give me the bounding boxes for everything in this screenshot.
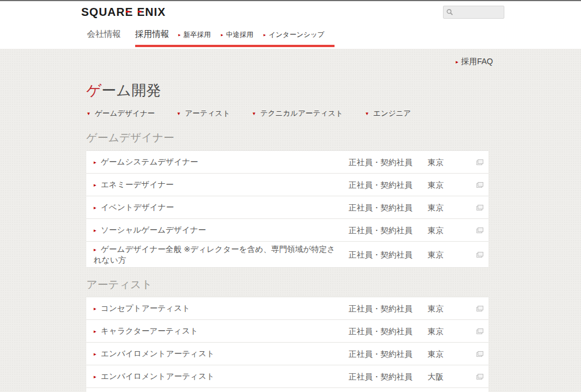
job-row[interactable]: ▸エンバイロメントアーティスト 正社員・契約社員 東京: [86, 343, 488, 365]
job-title: ゲームシステムデザイナー: [101, 157, 198, 166]
new-window-icon: [476, 252, 483, 258]
new-window-icon: [476, 306, 483, 311]
search-input[interactable]: [455, 9, 501, 16]
category-filter-bar: ▼ゲームデザイナー ▼アーティスト ▼テクニカルアーティスト ▼エンジニア: [86, 108, 488, 119]
job-location: 東京: [423, 304, 471, 314]
employment-type: 正社員・契約社員: [343, 304, 423, 314]
browser-page: SQUARE ENIX 会社情報 採用情報 ▸新卒採用 ▸中途採用 ▸インターン…: [0, 0, 581, 392]
arrow-right-icon: ▸: [178, 32, 181, 37]
page-title: ゲーム開発: [86, 82, 488, 99]
job-row[interactable]: ▸キャラクターアーティスト 正社員・契約社員 東京: [86, 320, 488, 343]
filter-label: テクニカルアーティスト: [260, 109, 343, 117]
section-heading-game-designer: ゲームデザイナー: [86, 132, 488, 144]
arrow-right-icon: ▸: [94, 227, 97, 233]
arrow-right-icon: ▸: [94, 306, 97, 311]
employment-type: 正社員・契約社員: [343, 203, 423, 213]
job-row[interactable]: ▸エネミーデザイナー 正社員・契約社員 東京: [86, 174, 488, 196]
section-heading-artist: アーティスト: [86, 279, 488, 291]
job-title: コンセプトアーティスト: [101, 304, 190, 313]
job-location: 東京: [423, 157, 471, 167]
job-row[interactable]: ▸イベントデザイナー 正社員・契約社員 東京: [86, 196, 488, 219]
job-row[interactable]: ▸ソーシャルゲームデザイナー 正社員・契約社員 東京: [86, 219, 488, 242]
job-table-game-designer: ▸ゲームシステムデザイナー 正社員・契約社員 東京 ▸エネミーデザイナー 正社員…: [86, 150, 488, 268]
faq-label: 採用FAQ: [461, 57, 493, 66]
new-window-icon: [476, 182, 483, 188]
site-header: SQUARE ENIX 会社情報 採用情報 ▸新卒採用 ▸中途採用 ▸インターン…: [0, 1, 581, 49]
job-row[interactable]: ▸ゲームデザイナー全般 ※ディレクターを含め、専門領域が特定されない方 正社員・…: [86, 242, 488, 268]
logo-red-e: E: [125, 6, 133, 18]
employment-type: 正社員・契約社員: [343, 250, 423, 260]
nav-company-info[interactable]: 会社情報: [87, 29, 121, 40]
arrow-right-icon: ▸: [264, 32, 266, 37]
arrow-right-icon: ▸: [94, 159, 97, 165]
logo-text: SQUAR: [81, 6, 125, 18]
job-title: エンバイロメントアーティスト: [101, 349, 215, 358]
nav-mid-career[interactable]: ▸中途採用: [221, 30, 253, 40]
new-window-icon: [476, 374, 483, 380]
nav-recruit-group: 採用情報 ▸新卒採用 ▸中途採用 ▸インターンシップ: [135, 29, 335, 47]
employment-type: 正社員・契約社員: [343, 225, 423, 235]
job-row[interactable]: ▸ゲームシステムデザイナー 正社員・契約社員 東京: [86, 151, 488, 174]
job-location: 東京: [423, 250, 471, 260]
filter-artist[interactable]: ▼アーティスト: [177, 108, 230, 119]
job-title: エンバイロメントアーティスト: [101, 372, 215, 381]
search-box[interactable]: [443, 6, 504, 19]
main-container: ゲーム開発 ▼ゲームデザイナー ▼アーティスト ▼テクニカルアーティスト ▼エン…: [86, 82, 488, 392]
nav-sub-label: 新卒採用: [183, 31, 211, 39]
new-window-icon: [476, 159, 483, 165]
job-title: ソーシャルゲームデザイナー: [101, 225, 206, 234]
job-location: 東京: [423, 326, 471, 336]
job-row[interactable]: ▸アニメーター 正社員・契約社員 東京: [86, 388, 488, 392]
square-enix-logo[interactable]: SQUARE ENIX: [81, 6, 166, 18]
job-location: 東京: [423, 225, 471, 235]
logo-text: NIX: [145, 6, 165, 18]
employment-type: 正社員・契約社員: [343, 326, 423, 336]
filter-game-designer[interactable]: ▼ゲームデザイナー: [86, 108, 155, 119]
recruit-faq-link[interactable]: ▸採用FAQ: [455, 57, 493, 66]
arrow-down-icon: ▼: [365, 111, 369, 116]
nav-internship[interactable]: ▸インターンシップ: [264, 30, 324, 40]
new-window-icon: [476, 351, 483, 357]
employment-type: 正社員・契約社員: [343, 349, 423, 359]
new-window-icon: [476, 227, 483, 233]
arrow-right-icon: ▸: [94, 205, 97, 210]
search-icon: [446, 9, 453, 16]
arrow-right-icon: ▸: [455, 59, 458, 65]
arrow-right-icon: ▸: [94, 374, 97, 380]
arrow-down-icon: ▼: [177, 111, 181, 116]
logo-red-e: E: [137, 6, 145, 18]
title-accent-char: ゲ: [86, 82, 102, 99]
filter-label: エンジニア: [373, 109, 411, 117]
title-rest: ーム開発: [102, 82, 161, 99]
job-title: キャラクターアーティスト: [101, 326, 198, 335]
job-location: 大阪: [423, 372, 471, 382]
nav-sub-label: 中途採用: [226, 31, 253, 39]
arrow-right-icon: ▸: [221, 32, 223, 37]
job-table-artist: ▸コンセプトアーティスト 正社員・契約社員 東京 ▸キャラクターアーティスト 正…: [86, 297, 488, 392]
nav-sub-label: インターンシップ: [269, 31, 324, 39]
filter-technical-artist[interactable]: ▼テクニカルアーティスト: [252, 108, 343, 119]
new-window-icon: [476, 328, 483, 334]
job-row[interactable]: ▸コンセプトアーティスト 正社員・契約社員 東京: [86, 297, 488, 320]
arrow-right-icon: ▸: [94, 328, 97, 334]
filter-label: アーティスト: [185, 109, 231, 117]
employment-type: 正社員・契約社員: [343, 180, 423, 190]
new-window-icon: [476, 205, 483, 210]
job-location: 東京: [423, 180, 471, 190]
employment-type: 正社員・契約社員: [343, 157, 423, 167]
filter-label: ゲームデザイナー: [95, 109, 155, 117]
job-row[interactable]: ▸エンバイロメントアーティスト 正社員・契約社員 大阪: [86, 365, 488, 388]
employment-type: 正社員・契約社員: [343, 372, 423, 382]
job-title: ゲームデザイナー全般 ※ディレクターを含め、専門領域が特定されない方: [94, 245, 335, 264]
arrow-right-icon: ▸: [94, 247, 97, 252]
job-location: 東京: [423, 203, 471, 213]
nav-recruit-info[interactable]: 採用情報: [135, 29, 169, 40]
job-title: エネミーデザイナー: [101, 180, 174, 189]
nav-new-graduate[interactable]: ▸新卒採用: [178, 30, 211, 40]
arrow-down-icon: ▼: [86, 111, 91, 116]
job-location: 東京: [423, 349, 471, 359]
faq-row: ▸採用FAQ: [0, 49, 581, 65]
filter-engineer[interactable]: ▼エンジニア: [365, 108, 411, 119]
arrow-down-icon: ▼: [252, 111, 256, 116]
page-content: ▸採用FAQ ゲーム開発 ▼ゲームデザイナー ▼アーティスト ▼テクニカルアーテ…: [0, 49, 581, 392]
